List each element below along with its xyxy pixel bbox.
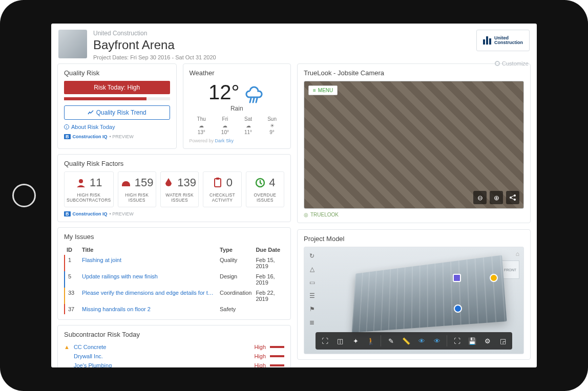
camera-viewport[interactable]: ≡ MENU ⊖ ⊕ — [304, 81, 524, 209]
card-title: TrueLook - Jobsite Camera — [304, 69, 524, 77]
water-drop-icon — [163, 177, 174, 188]
forecast-day: Thu☁13° — [197, 116, 206, 135]
tablet-frame: United Construction Bayfront Arena Proje… — [0, 0, 588, 391]
sheet-tool[interactable]: ☰ — [307, 291, 317, 300]
share-icon — [509, 194, 516, 201]
overdue-icon — [255, 177, 266, 188]
risk-factor-high-issues[interactable]: 159 HIGH RISK ISSUES — [118, 171, 156, 207]
zoom-in-button[interactable]: ⊕ — [490, 191, 503, 204]
project-model-card: Project Model ↻ △ ▭ ☰ ⚑ ≣ ⌂ FRONT — [297, 229, 531, 360]
subcontractor-row[interactable]: Joe's PlumbingHigh — [64, 361, 284, 367]
card-title: Weather — [190, 69, 284, 77]
customize-button[interactable]: Customize — [495, 60, 529, 67]
truelook-logo: ◎ TRUELOOK — [304, 212, 524, 218]
weather-attribution: Powered by Dark Sky — [190, 138, 284, 143]
building-model — [352, 255, 507, 333]
weather-temp: 12° — [208, 81, 240, 104]
frame-tool[interactable]: ▭ — [307, 278, 317, 287]
issue-row[interactable]: 33Please verify the dimensions and edge … — [65, 288, 284, 304]
risk-bar — [270, 346, 284, 348]
settings-button[interactable]: ⚙ — [480, 334, 495, 347]
risk-bar — [270, 364, 284, 366]
col-id[interactable]: ID — [65, 245, 80, 255]
minimize-button[interactable]: ◲ — [496, 334, 510, 347]
card-title: My Issues — [64, 233, 284, 241]
ruler-button[interactable]: 📏 — [399, 334, 413, 347]
subcontractor-risk-card: Subcontractor Risk Today ▲CC ConcreteHig… — [57, 325, 291, 367]
zoom-out-button[interactable]: ⊖ — [473, 191, 487, 204]
layers-tool[interactable]: ≣ — [307, 318, 317, 327]
col-due[interactable]: Due Date — [254, 245, 284, 255]
warning-icon: ▲ — [64, 344, 70, 350]
visibility-on-button[interactable]: 👁 — [414, 334, 429, 347]
hardhat-person-icon — [75, 177, 87, 188]
card-title: Subcontractor Risk Today — [64, 331, 284, 338]
card-title: Quality Risk — [64, 69, 170, 77]
triangle-tool[interactable]: △ — [307, 265, 317, 274]
orbit-tool[interactable]: ↻ — [307, 251, 317, 260]
edit-button[interactable]: ✎ — [384, 334, 398, 347]
model-marker-purple[interactable] — [453, 274, 461, 282]
logo-mark-icon — [483, 36, 491, 45]
darksky-link[interactable]: Dark Sky — [215, 138, 234, 143]
construction-iq-badge: B Construction IQ • PREVIEW — [64, 134, 170, 139]
risk-today-banner: Risk Today: High — [64, 81, 170, 94]
rain-icon — [243, 81, 265, 103]
weather-card: Weather 12° Rain — [183, 63, 291, 149]
screen: United Construction Bayfront Arena Proje… — [51, 24, 537, 367]
jobsite-camera-card: TrueLook - Jobsite Camera ≡ MENU ⊖ ⊕ — [297, 63, 531, 223]
pin-tool[interactable]: ⚑ — [307, 305, 317, 314]
my-issues-card: My Issues ID Title Type Due Date 1Flashi… — [57, 227, 291, 320]
weather-condition: Rain — [190, 105, 284, 112]
svg-rect-5 — [216, 178, 219, 180]
share-button[interactable] — [506, 191, 519, 204]
svg-rect-4 — [215, 179, 221, 187]
risk-factor-checklist[interactable]: 0 CHECKLIST ACTIVITY — [203, 171, 241, 207]
home-view-button[interactable]: ⌂ — [516, 250, 519, 257]
camera-menu-button[interactable]: ≡ MENU — [308, 85, 338, 95]
model-marker-yellow[interactable] — [490, 274, 498, 282]
risk-bar — [270, 355, 284, 357]
fullscreen-button[interactable]: ⛶ — [318, 334, 332, 347]
walk-button[interactable]: 🚶 — [364, 334, 378, 347]
company-name: United Construction — [93, 30, 470, 37]
risk-factor-overdue[interactable]: 4 OVERDUE ISSUES — [246, 171, 284, 207]
forecast-row: Thu☁13° Fri☁10° Sat☁11° Sun☀9° — [190, 116, 284, 135]
hierarchy-button[interactable]: ⛶ — [450, 334, 464, 347]
issue-row[interactable]: 5Update railings with new finishDesignFe… — [65, 271, 284, 288]
forecast-day: Fri☁10° — [221, 116, 229, 135]
trend-icon — [88, 110, 94, 115]
svg-line-2 — [256, 98, 257, 102]
svg-line-1 — [253, 98, 254, 102]
view-cube[interactable]: FRONT — [501, 260, 519, 279]
quality-risk-trend-button[interactable]: Quality Risk Trend — [64, 105, 170, 120]
about-risk-today-link[interactable]: i About Risk Today — [64, 124, 170, 130]
risk-factor-high-subcontractors[interactable]: 11 HIGH RISK SUBCONTRACTORS — [64, 171, 114, 207]
hamburger-icon: ≡ — [313, 88, 316, 93]
quality-risk-factors-card: Quality Risk Factors 11 HIGH RISK SUBCON… — [57, 154, 291, 222]
issue-row[interactable]: 1Flashing at jointQualityFeb 15, 2019 — [65, 255, 284, 271]
measure-origin-button[interactable]: ✦ — [348, 334, 363, 347]
risk-bar-fill — [64, 97, 146, 100]
subcontractor-row[interactable]: ▲CC ConcreteHigh — [64, 342, 284, 352]
visibility-off-button[interactable]: 👁 — [430, 334, 444, 347]
split-view-button[interactable]: ◫ — [333, 334, 347, 347]
truelook-icon: ◎ — [304, 212, 308, 218]
model-viewport[interactable]: ↻ △ ▭ ☰ ⚑ ≣ ⌂ FRONT — [304, 247, 524, 354]
subcontractor-row[interactable]: Drywall Inc.High — [64, 352, 284, 361]
logo-text: UnitedConstruction — [494, 36, 523, 46]
hardhat-icon — [120, 177, 132, 188]
model-toolbar: ⛶ ◫ ✦ 🚶 ✎ 📏 👁 👁 ⛶ — [316, 332, 512, 350]
construction-iq-badge: B Construction IQ • PREVIEW — [64, 211, 284, 216]
save-view-button[interactable]: 💾 — [465, 334, 479, 347]
risk-factor-water-issues[interactable]: 139 WATER RISK ISSUES — [160, 171, 199, 207]
card-title: Project Model — [304, 235, 524, 243]
project-title: Bayfront Arena — [93, 38, 470, 52]
home-button[interactable] — [12, 184, 36, 207]
issue-row[interactable]: 37Missing handrails on floor 2Safety — [65, 304, 284, 314]
model-marker-blue[interactable] — [454, 305, 462, 313]
col-type[interactable]: Type — [218, 245, 254, 255]
col-title[interactable]: Title — [80, 245, 218, 255]
project-dates: Project Dates: Fri Sep 30 2016 - Sat Oct… — [93, 54, 470, 60]
info-icon: i — [64, 124, 69, 129]
